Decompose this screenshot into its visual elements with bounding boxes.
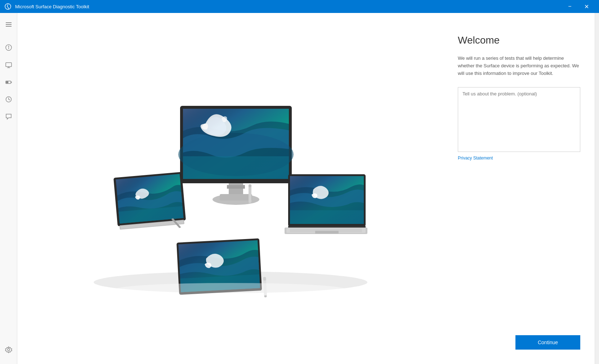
svg-rect-53 — [263, 277, 266, 280]
svg-rect-20 — [83, 66, 155, 113]
title-bar: Microsoft Surface Diagnostic Toolkit − ✕ — [0, 0, 599, 13]
svg-rect-42 — [290, 176, 364, 224]
svg-rect-30 — [220, 194, 252, 201]
continue-button[interactable]: Continue — [515, 335, 580, 350]
svg-point-1 — [8, 4, 8, 5]
svg-rect-47 — [315, 231, 339, 234]
battery-icon — [5, 78, 12, 86]
app-body: Welcome We will run a series of tests th… — [0, 13, 599, 364]
sidebar — [0, 13, 17, 364]
svg-rect-14 — [6, 82, 8, 83]
svg-rect-8 — [6, 63, 12, 67]
welcome-title: Welcome — [458, 35, 580, 46]
right-panel: Welcome We will run a series of tests th… — [443, 13, 595, 364]
sidebar-item-info[interactable] — [0, 39, 17, 56]
hero-area — [17, 13, 443, 364]
device-icon — [5, 61, 12, 68]
minimize-button[interactable]: − — [562, 0, 578, 13]
svg-rect-36 — [116, 174, 183, 223]
privacy-link[interactable]: Privacy Statement — [458, 156, 580, 161]
sidebar-item-feedback[interactable] — [0, 108, 17, 125]
svg-point-16 — [8, 349, 10, 351]
svg-rect-18 — [83, 66, 148, 109]
welcome-description: We will run a series of tests that will … — [458, 55, 580, 77]
title-bar-controls: − ✕ — [562, 0, 595, 13]
svg-rect-26 — [183, 109, 289, 179]
sidebar-item-history[interactable] — [0, 91, 17, 108]
title-bar-left: Microsoft Surface Diagnostic Toolkit — [4, 3, 89, 10]
settings-icon — [5, 346, 12, 353]
svg-point-7 — [8, 46, 9, 47]
info-icon — [5, 44, 12, 51]
close-button[interactable]: ✕ — [578, 0, 595, 13]
svg-rect-17 — [83, 66, 191, 138]
svg-point-55 — [115, 283, 346, 296]
history-icon — [5, 96, 12, 103]
sidebar-item-menu[interactable] — [0, 16, 17, 33]
app-container: Microsoft Surface Diagnostic Toolkit − ✕ — [0, 0, 599, 364]
menu-icon — [5, 21, 12, 28]
app-title: Microsoft Surface Diagnostic Toolkit — [15, 4, 89, 9]
sidebar-item-settings[interactable] — [0, 341, 17, 358]
app-icon — [4, 3, 12, 10]
svg-rect-28 — [227, 185, 245, 189]
main-content: Welcome We will run a series of tests th… — [17, 13, 599, 364]
devices-illustration — [83, 66, 378, 311]
feedback-icon — [5, 113, 12, 120]
svg-rect-19 — [83, 66, 155, 113]
svg-rect-32 — [249, 184, 251, 187]
sidebar-item-device[interactable] — [0, 56, 17, 73]
scrollbar-track[interactable] — [595, 13, 599, 364]
problem-textarea[interactable] — [458, 87, 580, 152]
svg-rect-31 — [249, 185, 251, 203]
sidebar-item-battery[interactable] — [0, 73, 17, 91]
